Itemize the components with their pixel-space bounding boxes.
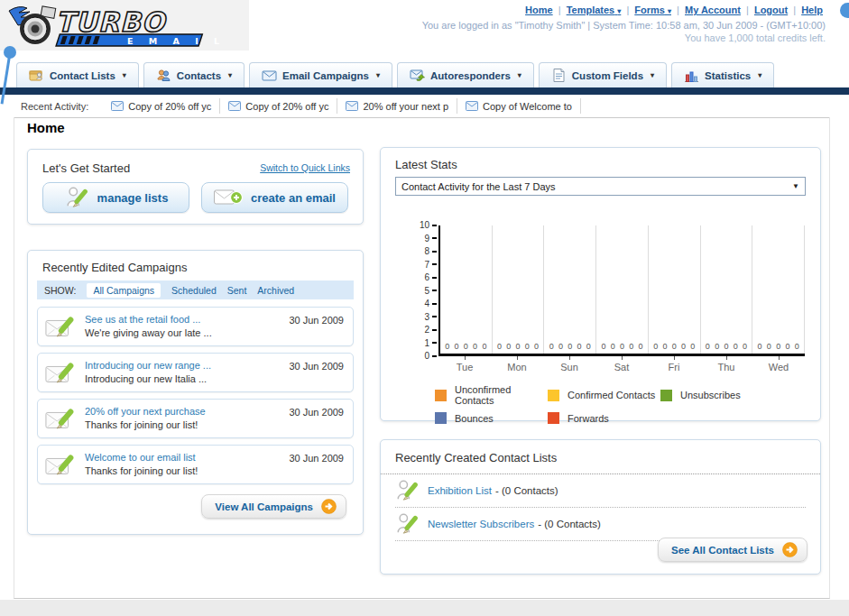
tab-dropdown-arrow-icon: ▾: [518, 71, 521, 79]
dropdown-arrow-icon: ▾: [617, 7, 621, 15]
campaign-filter-bar: SHOW: All Campaigns Scheduled Sent Archi…: [37, 280, 354, 299]
tab-dropdown-arrow-icon: ▾: [651, 71, 654, 79]
chart-y-axis: 012345678910: [395, 225, 437, 356]
main-nav-tabs: Contact Lists▾ Contacts▾ Email Campaigns…: [16, 62, 774, 87]
nav-divider-bar: [0, 87, 849, 95]
envelope-plus-icon: [214, 188, 243, 207]
view-all-campaigns-button[interactable]: View All Campaigns: [201, 494, 346, 519]
envelope-pencil-icon: [45, 406, 76, 433]
nav-link-logout[interactable]: Logout: [754, 5, 788, 15]
recent-activity-item[interactable]: Copy of Welcome to: [457, 98, 581, 114]
nav-separator: |: [677, 5, 679, 15]
legend-swatch: [548, 412, 559, 424]
tab-contact-lists[interactable]: Contact Lists▾: [16, 62, 139, 87]
envelope-pencil-icon: [45, 452, 76, 479]
chart-plot: 00000000000000000000000000000000000: [438, 225, 805, 356]
filter-all-campaigns[interactable]: All Campaigns: [87, 283, 161, 298]
top-nav: Home | Templates ▾ | Forms ▾ | My Accoun…: [522, 5, 826, 15]
stats-period-select[interactable]: Contact Activity for the Last 7 Days ▼: [395, 177, 806, 196]
nav-link-my-account[interactable]: My Account: [685, 5, 741, 15]
nav-link-home[interactable]: Home: [525, 5, 553, 15]
login-info: You are logged in as "Timothy Smith" | S…: [422, 20, 826, 31]
tab-custom-fields[interactable]: Custom Fields▾: [539, 62, 667, 87]
nav-separator: |: [558, 5, 561, 15]
campaign-subtitle: Introducing our new Italia ...: [85, 373, 353, 384]
tab-contacts[interactable]: Contacts▾: [143, 62, 245, 87]
contact-list-link[interactable]: Exhibition List: [428, 485, 492, 496]
legend-swatch: [435, 390, 447, 401]
recent-activity-item[interactable]: Copy of 20% off yc: [220, 98, 337, 114]
legend-item: Unconfirmed Contacts: [435, 384, 548, 406]
campaign-card[interactable]: Welcome to our email listThanks for join…: [37, 445, 354, 484]
page-title: Home: [27, 120, 65, 135]
see-all-contact-lists-button[interactable]: See All Contact Lists: [658, 538, 807, 562]
select-arrow-icon: ▼: [792, 182, 799, 190]
legend-swatch: [548, 390, 559, 401]
filter-sent[interactable]: Sent: [227, 285, 247, 296]
legend-item: Confirmed Contacts: [548, 384, 660, 406]
campaign-date: 30 Jun 2009: [289, 361, 344, 372]
page-footer-strip: [0, 600, 849, 616]
chart-day-group: 00000: [493, 225, 545, 354]
recent-activity-item[interactable]: 20% off your next p: [337, 98, 457, 114]
campaign-subtitle: We're giving away our late ...: [85, 327, 353, 338]
corner-dot-icon: [840, 3, 849, 18]
chart-legend: Unconfirmed ContactsConfirmed ContactsUn…: [435, 384, 787, 430]
chart-y-label: 9: [424, 234, 437, 244]
manage-lists-button[interactable]: manage lists: [42, 182, 189, 213]
contact-lists-icon: [29, 68, 44, 83]
svg-text:TURBO: TURBO: [56, 6, 168, 38]
person-pencil-icon: [395, 511, 419, 537]
contact-list-detail: - (0 Contacts): [495, 485, 558, 496]
chart-y-label: 5: [424, 286, 437, 296]
tab-email-campaigns[interactable]: Email Campaigns▾: [249, 62, 392, 87]
tab-statistics[interactable]: Statistics▾: [671, 62, 774, 87]
custom-fields-icon: [551, 68, 567, 83]
filter-scheduled[interactable]: Scheduled: [171, 285, 217, 296]
turbo-email-dashboard: TURBO E M A I L Home | Templates ▾ | For…: [0, 0, 849, 616]
chart-y-label: 7: [424, 260, 437, 270]
campaigns-title: Recently Edited Campaigns: [42, 261, 187, 274]
campaign-card[interactable]: 20% off your next purchaseThanks for joi…: [37, 399, 354, 438]
show-label: SHOW:: [44, 285, 76, 296]
chart-day-group: 00000: [649, 225, 701, 354]
envelope-icon: [466, 101, 478, 111]
create-an-email-button[interactable]: create an email: [201, 182, 348, 213]
contact-list-link[interactable]: Newsletter Subscribers: [428, 519, 534, 529]
latest-stats-panel: Latest Stats Contact Activity for the La…: [380, 147, 821, 421]
chart-y-label: 4: [424, 299, 437, 308]
recent-activity-bar: Recent Activity: Copy of 20% off yc Copy…: [14, 95, 830, 118]
email-campaigns-icon: [262, 68, 277, 83]
nav-link-templates[interactable]: Templates ▾: [567, 5, 622, 15]
recent-activity-item[interactable]: Copy of 20% off yc: [103, 98, 220, 114]
chart-day-group: 00000: [596, 225, 649, 354]
chart-y-label: 10: [420, 220, 437, 230]
callout-line: [1, 56, 11, 105]
recently-created-contact-lists-panel: Recently Created Contact Lists Exhibitio…: [380, 439, 821, 575]
chart-y-label: 6: [424, 272, 437, 282]
legend-item: Bounces: [435, 412, 548, 424]
filter-archived[interactable]: Archived: [257, 285, 294, 296]
tab-dropdown-arrow-icon: ▾: [228, 71, 232, 79]
switch-to-quick-links[interactable]: Switch to Quick Links: [260, 162, 350, 173]
tab-dropdown-arrow-icon: ▾: [376, 71, 380, 79]
dropdown-arrow-icon: ▾: [668, 7, 671, 15]
campaign-card[interactable]: Introducing our new range ...Introducing…: [37, 353, 354, 392]
chart-x-label: Tue: [438, 356, 491, 372]
campaign-date: 30 Jun 2009: [289, 315, 344, 326]
campaign-card[interactable]: See us at the retail food ...We're givin…: [37, 307, 354, 346]
campaign-subtitle: Thanks for joining our list!: [85, 465, 353, 476]
chart-x-label: Mon: [491, 356, 543, 372]
contact-list-item[interactable]: Newsletter Subscribers- (0 Contacts): [395, 508, 806, 541]
nav-link-help[interactable]: Help: [801, 5, 823, 15]
chart-y-label: 0: [424, 351, 437, 361]
contact-list-detail: - (0 Contacts): [538, 519, 601, 529]
tab-autoresponders[interactable]: Autoresponders▾: [397, 62, 534, 87]
get-started-title: Let's Get Started: [42, 161, 130, 175]
chart-x-label: Thu: [700, 356, 752, 372]
contact-list-item[interactable]: Exhibition List- (0 Contacts): [395, 474, 806, 508]
chart-y-label: 8: [424, 246, 437, 256]
legend-swatch: [435, 412, 447, 424]
autoresponders-icon: [410, 68, 425, 83]
nav-link-forms[interactable]: Forms ▾: [634, 5, 671, 15]
